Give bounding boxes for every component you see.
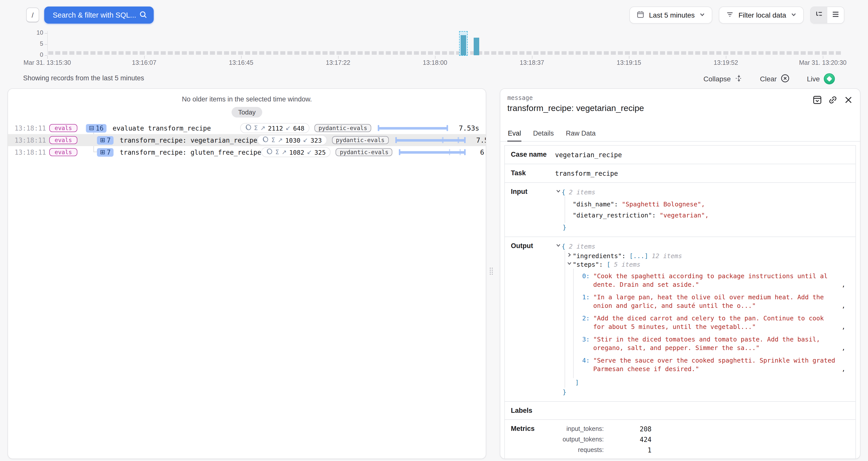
table-row[interactable]: 13:18:11 evals ⊟ 16 evaluate transform_r…: [8, 122, 486, 134]
input-tokens-arrow-icon: ↗: [278, 136, 283, 144]
open-brace: {: [562, 188, 565, 196]
panel-resize-handle[interactable]: [489, 267, 493, 275]
duration-bar-child-tick: [442, 137, 443, 143]
metrics-label: Metrics: [511, 425, 555, 454]
chevron-down-icon: [699, 11, 705, 19]
collapse-spans-icon: ⊟: [89, 125, 94, 131]
live-toggle[interactable]: Live: [807, 73, 835, 84]
json-key: "ingredients":: [572, 252, 626, 260]
today-date-separator: Today: [231, 107, 262, 118]
row-timestamp: 13:18:11: [14, 148, 47, 156]
x-axis-tick-label: 13:19:52: [714, 59, 738, 66]
tab-eval[interactable]: Eval: [507, 129, 522, 142]
input-json-viewer: { 2 items "dish_name": "Spaghetti Bologn…: [555, 188, 849, 232]
y-axis-tick: [45, 33, 47, 34]
list-view-icon: [831, 10, 840, 20]
metrics-row: Metrics input_tokens: 208 output_tokens:…: [505, 419, 856, 459]
clear-circle-x-icon: [781, 73, 790, 84]
input-tokens-arrow-icon: ↗: [260, 125, 266, 131]
list-view-toggle[interactable]: [827, 7, 844, 23]
no-older-items-text: No older items in the selected time wind…: [8, 95, 486, 103]
x-axis-tick: [144, 56, 145, 59]
input-tokens-count: 2112: [268, 124, 283, 132]
chart-bar[interactable]: [474, 38, 479, 55]
collapse-node-icon[interactable]: [566, 261, 572, 266]
row-message: transform_recipe: gluten_free_recipe: [120, 148, 261, 156]
export-record-button[interactable]: [813, 95, 822, 106]
chart-plot-area[interactable]: 0510Mar 31. 13:15:3013:16:0713:16:4513:1…: [47, 29, 823, 55]
y-axis-tick: [45, 55, 47, 56]
y-axis-tick-label: 0: [28, 51, 43, 58]
x-axis-tick-label: Mar 31. 13:15:30: [23, 59, 71, 66]
table-row-selected[interactable]: 13:18:11 evals ⊞ 7 transform_recipe: veg…: [8, 134, 486, 146]
live-label: Live: [807, 75, 820, 83]
slash-shortcut-key: /: [26, 7, 39, 23]
metric-value: 424: [640, 436, 651, 443]
duration-bar-start-cap: [378, 125, 379, 131]
clear-button[interactable]: Clear: [760, 73, 790, 84]
output-tokens-arrow-icon: ↙: [303, 136, 308, 144]
output-label: Output: [511, 242, 555, 396]
token-usage-pill: Σ ↗ 1082 ↙ 325: [261, 147, 331, 157]
json-key: "steps":: [572, 260, 603, 269]
trailing-comma: ,: [842, 280, 845, 289]
collapse-node-icon[interactable]: [555, 189, 562, 193]
output-tokens-arrow-icon: ↙: [307, 149, 312, 156]
close-detail-button[interactable]: [844, 95, 853, 106]
expand-node-icon[interactable]: [566, 253, 572, 257]
collapse-button[interactable]: Collapse: [704, 74, 743, 84]
sum-icon: Σ: [275, 149, 279, 156]
filter-icon: [726, 10, 734, 20]
span-count-expand-toggle[interactable]: ⊞ 7: [97, 148, 114, 156]
link-icon: [828, 98, 837, 106]
time-range-button[interactable]: Last 5 minutes: [629, 6, 712, 24]
tree-view-icon: [815, 10, 823, 20]
json-key: "dietary_restriction":: [572, 211, 656, 219]
table-row[interactable]: 13:18:11 evals ⊞ 7 transform_recipe: glu…: [8, 146, 486, 158]
duration-bar-line: [378, 127, 448, 129]
search-icon: [139, 10, 147, 20]
labels-row: Labels: [505, 401, 856, 419]
span-count: 7: [107, 136, 111, 144]
chart-bar[interactable]: [461, 35, 466, 55]
items-count-note: 2 items: [569, 242, 595, 251]
task-value: transform_recipe: [555, 169, 618, 177]
span-count: 16: [96, 124, 103, 132]
tree-view-toggle[interactable]: [811, 7, 827, 23]
span-count-collapse-toggle[interactable]: ⊟ 16: [86, 124, 106, 132]
x-axis-tick: [47, 56, 48, 59]
status-bar: Showing records from the last 5 minutes …: [0, 73, 868, 85]
duration-bar: [399, 149, 469, 156]
input-tokens-count: 1082: [289, 148, 304, 156]
collapsed-array-preview: [...]: [629, 252, 648, 260]
tab-raw-data[interactable]: Raw Data: [565, 129, 596, 142]
duration-bar-line: [395, 139, 465, 142]
json-key: "dish_name":: [572, 200, 618, 208]
metric-value: 208: [640, 425, 651, 433]
input-tokens-count: 1030: [285, 136, 300, 144]
sum-icon: Σ: [272, 136, 275, 144]
time-range-label: Last 5 minutes: [649, 11, 695, 19]
x-axis-tick-label: 13:16:45: [229, 59, 253, 66]
copy-link-button[interactable]: [828, 95, 837, 106]
chevron-down-icon: [790, 11, 797, 19]
activity-timeline-chart[interactable]: 0510Mar 31. 13:15:3013:16:0713:16:4513:1…: [47, 29, 823, 55]
output-tokens-count: 325: [314, 148, 326, 156]
y-axis-tick-label: 10: [28, 29, 43, 36]
instrumentation-tag: pydantic-evals: [314, 124, 371, 132]
duration-bar-end-cap: [464, 149, 466, 155]
tab-details[interactable]: Details: [533, 129, 555, 142]
instrumentation-tag: pydantic-evals: [336, 148, 393, 156]
span-count-expand-toggle[interactable]: ⊞ 7: [97, 136, 114, 144]
scope-badge: evals: [49, 148, 78, 156]
search-button[interactable]: Search & filter with SQL...: [44, 6, 154, 24]
case-name-row: Case name vegetarian_recipe: [505, 146, 856, 164]
duration-bar: [395, 136, 465, 144]
json-array-item: 4: "Serve the sauce over the cooked spag…: [576, 356, 849, 373]
search-button-label: Search & filter with SQL...: [53, 11, 139, 19]
record-kind-label: message: [507, 94, 853, 101]
calendar-icon: [637, 10, 645, 20]
collapse-node-icon[interactable]: [555, 243, 562, 248]
top-bar-right: Last 5 minutes Filter local data: [629, 6, 844, 24]
filter-local-data-button[interactable]: Filter local data: [719, 6, 804, 24]
